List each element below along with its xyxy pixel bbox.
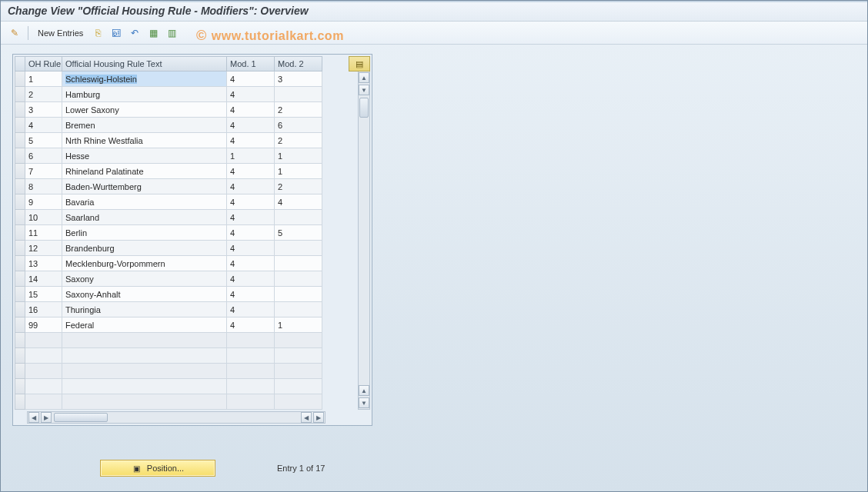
cell-mod2[interactable] — [275, 271, 322, 287]
cell-mod1[interactable]: 4 — [227, 194, 275, 210]
col-header-mod1[interactable]: Mod. 1 — [227, 56, 275, 71]
cell-empty[interactable] — [25, 379, 62, 394]
cell-mod1[interactable]: 4 — [227, 256, 275, 271]
cell-oh-rule[interactable]: 15 — [25, 287, 62, 302]
cell-empty[interactable] — [275, 364, 322, 379]
row-selector[interactable] — [15, 271, 25, 287]
row-selector[interactable] — [15, 87, 25, 102]
cell-empty[interactable] — [227, 364, 275, 379]
cell-oh-rule[interactable]: 8 — [25, 179, 62, 194]
cell-empty[interactable] — [227, 379, 275, 394]
cell-oh-rule[interactable]: 7 — [25, 164, 62, 179]
col-header-text[interactable]: Official Housing Rule Text — [62, 56, 227, 71]
cell-text[interactable]: Mecklenburg-Vorpommern — [62, 256, 227, 271]
scroll-right-icon[interactable]: ▶ — [41, 412, 52, 423]
scroll-down-icon[interactable]: ▼ — [359, 397, 369, 408]
row-selector[interactable] — [15, 148, 25, 164]
row-selector[interactable] — [15, 241, 25, 256]
cell-mod2[interactable] — [275, 302, 322, 317]
cell-mod2[interactable] — [275, 210, 322, 225]
cell-oh-rule[interactable]: 99 — [25, 317, 62, 333]
cell-empty[interactable] — [275, 394, 322, 410]
cell-mod1[interactable]: 4 — [227, 164, 275, 179]
cell-mod1[interactable]: 4 — [227, 210, 275, 225]
row-selector[interactable] — [15, 102, 25, 118]
row-selector[interactable] — [15, 133, 25, 148]
cell-text[interactable]: Federal — [62, 317, 227, 333]
scroll-down-icon[interactable]: ▼ — [359, 85, 369, 95]
table-config-button[interactable]: ▤ — [349, 56, 370, 71]
cell-oh-rule[interactable]: 3 — [25, 102, 62, 118]
row-selector[interactable] — [15, 256, 25, 271]
row-selector[interactable] — [15, 118, 25, 133]
cell-empty[interactable] — [62, 333, 227, 348]
cell-mod1[interactable]: 4 — [227, 302, 275, 317]
cell-mod2[interactable]: 5 — [275, 225, 322, 241]
cell-oh-rule[interactable]: 9 — [25, 194, 62, 210]
cell-text[interactable]: Hesse — [62, 148, 227, 164]
scroll-left-icon[interactable]: ◀ — [301, 412, 312, 423]
cell-mod2[interactable] — [275, 287, 322, 302]
cell-empty[interactable] — [227, 348, 275, 364]
cell-oh-rule[interactable]: 6 — [25, 148, 62, 164]
row-selector[interactable] — [15, 348, 25, 364]
cell-mod2[interactable]: 6 — [275, 118, 322, 133]
cell-mod2[interactable]: 3 — [275, 71, 322, 87]
cell-empty[interactable] — [62, 394, 227, 410]
cell-empty[interactable] — [62, 379, 227, 394]
row-selector[interactable] — [15, 71, 25, 87]
cell-mod2[interactable]: 2 — [275, 102, 322, 118]
cell-text[interactable]: Schleswig-Holstein — [62, 71, 227, 87]
cell-oh-rule[interactable]: 13 — [25, 256, 62, 271]
row-selector[interactable] — [15, 364, 25, 379]
cell-empty[interactable] — [62, 348, 227, 364]
cell-text[interactable]: Berlin — [62, 225, 227, 241]
scroll-thumb[interactable] — [54, 413, 108, 422]
cell-mod2[interactable] — [275, 256, 322, 271]
cell-oh-rule[interactable]: 1 — [25, 71, 62, 87]
row-selector[interactable] — [15, 317, 25, 333]
cell-empty[interactable] — [25, 333, 62, 348]
row-selector[interactable] — [15, 394, 25, 410]
cell-text[interactable]: Rhineland Palatinate — [62, 164, 227, 179]
cell-oh-rule[interactable]: 5 — [25, 133, 62, 148]
cell-text[interactable]: Saxony-Anhalt — [62, 287, 227, 302]
delete-icon[interactable]: 🗟 — [109, 26, 123, 40]
cell-empty[interactable] — [227, 333, 275, 348]
cell-empty[interactable] — [25, 364, 62, 379]
cell-mod2[interactable]: 2 — [275, 133, 322, 148]
cell-mod2[interactable] — [275, 241, 322, 256]
row-selector[interactable] — [15, 210, 25, 225]
cell-empty[interactable] — [275, 333, 322, 348]
cell-empty[interactable] — [25, 394, 62, 410]
cell-mod1[interactable]: 4 — [227, 271, 275, 287]
cell-mod2[interactable]: 2 — [275, 179, 322, 194]
cell-mod1[interactable]: 4 — [227, 241, 275, 256]
row-selector[interactable] — [15, 287, 25, 302]
cell-mod1[interactable]: 4 — [227, 87, 275, 102]
cell-mod1[interactable]: 1 — [227, 148, 275, 164]
select-all-icon[interactable]: ▦ — [146, 26, 160, 40]
col-header-oh-rule[interactable]: OH Rule — [25, 56, 62, 71]
cell-mod1[interactable]: 4 — [227, 133, 275, 148]
cell-oh-rule[interactable]: 4 — [25, 118, 62, 133]
cell-empty[interactable] — [227, 394, 275, 410]
cell-mod2[interactable]: 4 — [275, 194, 322, 210]
cell-text[interactable]: Saxony — [62, 271, 227, 287]
cell-mod1[interactable]: 4 — [227, 225, 275, 241]
cell-text[interactable]: Lower Saxony — [62, 102, 227, 118]
cell-oh-rule[interactable]: 12 — [25, 241, 62, 256]
row-selector[interactable] — [15, 333, 25, 348]
cell-text[interactable]: Baden-Wurttemberg — [62, 179, 227, 194]
row-selector[interactable] — [15, 179, 25, 194]
cell-text[interactable]: Bavaria — [62, 194, 227, 210]
cell-mod2[interactable]: 1 — [275, 164, 322, 179]
col-header-mod2[interactable]: Mod. 2 — [275, 56, 322, 71]
cell-text[interactable]: Saarland — [62, 210, 227, 225]
cell-oh-rule[interactable]: 16 — [25, 302, 62, 317]
scroll-thumb[interactable] — [359, 98, 369, 118]
scroll-left-icon[interactable]: ◀ — [28, 412, 39, 423]
position-button[interactable]: ▣ Position... — [100, 460, 215, 477]
cell-empty[interactable] — [275, 348, 322, 364]
cell-text[interactable]: Nrth Rhine Westfalia — [62, 133, 227, 148]
